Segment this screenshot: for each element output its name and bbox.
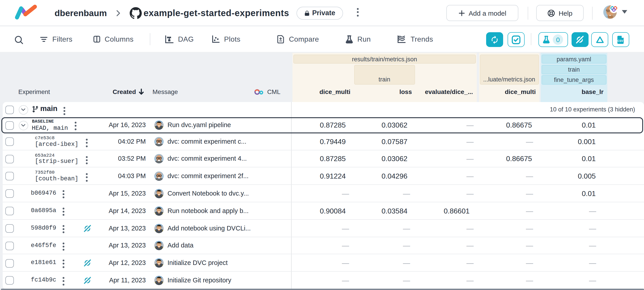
svg-text:CSV: CSV [618,39,623,42]
